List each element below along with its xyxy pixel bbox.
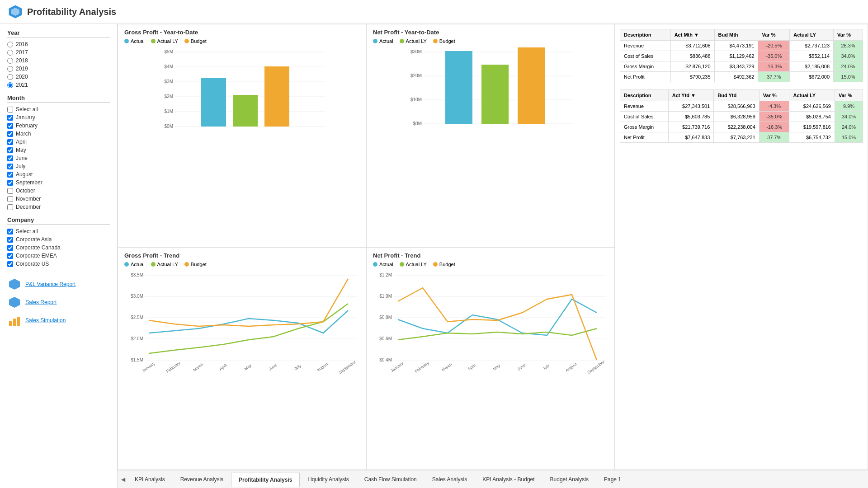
year-radio-2017[interactable]: 2017 — [7, 48, 110, 56]
company-select-all[interactable]: Select all — [7, 227, 110, 235]
actual-dot-trend-net — [373, 262, 377, 267]
col-var-pct-ytd: Var % — [759, 90, 789, 101]
year-radio-2018[interactable]: 2018 — [7, 56, 110, 65]
col-bud-mth: Bud Mth — [714, 29, 758, 41]
tab-budget-analysis[interactable]: Budget Analysis — [542, 472, 596, 486]
solver-icon-2 — [7, 295, 22, 310]
tab-liquidity-analysis[interactable]: Liquidity Analysis — [300, 472, 356, 486]
app-container: Profitability Analysis Year 2016 2017 — [0, 0, 868, 488]
pl-variance-link[interactable]: P&L Variance Report — [7, 275, 110, 293]
svg-text:August: August — [316, 361, 329, 373]
monthly-table: Description Act Mth ▼ Bud Mth Var % Actu… — [620, 29, 863, 82]
month-october[interactable]: October — [7, 187, 110, 195]
desc-gm-mth: Gross Margin — [620, 61, 671, 72]
net-profit-ytd-chart: $30M $20M $10M $0M — [373, 47, 608, 135]
svg-text:July: July — [293, 363, 302, 371]
var2-gm-ytd: 24.0% — [835, 122, 863, 132]
sales-simulation-link[interactable]: Sales Simulation — [7, 311, 110, 329]
company-asia[interactable]: Corporate Asia — [7, 235, 110, 244]
col-bud-ytd: Bud Ytd — [714, 90, 760, 101]
col-actual-ly-ytd: Actual LY — [789, 90, 835, 101]
aly-gm-ytd: $19,597,816 — [789, 122, 835, 132]
company-filter: Company Select all Corporate Asia Corpor… — [7, 216, 110, 268]
svg-rect-20 — [233, 95, 258, 127]
tab-revenue-analysis[interactable]: Revenue Analysis — [173, 472, 231, 486]
svg-rect-30 — [445, 51, 472, 124]
month-january[interactable]: January — [7, 113, 110, 122]
year-radio-2021[interactable]: 2021 — [7, 81, 110, 89]
var-cos-mth: -35.0% — [758, 51, 790, 61]
tab-scroll-left[interactable]: ◀ — [119, 476, 127, 483]
legend-budget-trend-net: Budget — [433, 262, 455, 267]
month-february[interactable]: February — [7, 122, 110, 130]
month-july[interactable]: July — [7, 162, 110, 170]
legend-actual-ly-trend-net: Actual LY — [400, 262, 427, 267]
actual-dot-trend — [124, 262, 129, 267]
bud-revenue-mth: $4,473,191 — [714, 41, 758, 51]
month-may[interactable]: May — [7, 146, 110, 154]
bud-cos-ytd: $6,328,959 — [714, 112, 760, 122]
month-june[interactable]: June — [7, 154, 110, 162]
svg-text:July: July — [542, 363, 551, 371]
content-area: Gross Profit - Year-to-Date Actual Actua… — [118, 24, 868, 488]
act-revenue-ytd: $27,343,501 — [668, 101, 714, 112]
month-march[interactable]: March — [7, 130, 110, 138]
svg-rect-5 — [13, 319, 16, 326]
var-revenue-ytd: -4.3% — [759, 101, 789, 112]
act-np-mth: $790,235 — [670, 72, 714, 82]
year-filter-title: Year — [7, 29, 110, 38]
var2-cos-ytd: 34.0% — [835, 112, 863, 122]
month-december[interactable]: December — [7, 203, 110, 211]
legend-actual: Actual — [124, 38, 145, 44]
svg-text:September: September — [586, 359, 605, 373]
actual-ly-dot-trend — [151, 262, 156, 267]
gross-profit-trend-chart: $3.5M $3.0M $2.5M $2.0M $1.5M — [124, 270, 359, 374]
svg-text:$1.2M: $1.2M — [379, 272, 392, 277]
svg-text:$0.6M: $0.6M — [379, 336, 392, 341]
sidebar: Year 2016 2017 2018 2019 — [0, 24, 118, 488]
svg-text:$0.4M: $0.4M — [379, 357, 392, 362]
tab-page-1[interactable]: Page 1 — [596, 472, 629, 486]
svg-text:June: June — [516, 362, 526, 371]
col-act-ytd: Act Ytd ▼ — [668, 90, 714, 101]
net-profit-ytd-panel: Net Profit - Year-to-Date Actual Actual … — [366, 24, 615, 247]
month-november[interactable]: November — [7, 195, 110, 203]
actual-ly-label-net: Actual LY — [406, 38, 427, 44]
sales-report-link[interactable]: Sales Report — [7, 293, 110, 311]
month-select-all[interactable]: Select all — [7, 105, 110, 113]
year-radio-2020[interactable]: 2020 — [7, 73, 110, 81]
gross-profit-trend-legend: Actual Actual LY Budget — [124, 262, 359, 267]
year-radio-2016[interactable]: 2016 — [7, 40, 110, 48]
year-radio-2019[interactable]: 2019 — [7, 65, 110, 73]
svg-text:August: August — [565, 361, 578, 373]
sales-report-link-text[interactable]: Sales Report — [25, 299, 57, 305]
month-april[interactable]: April — [7, 138, 110, 146]
tab-kpi-analysis-budget[interactable]: KPI Analysis - Budget — [475, 472, 542, 486]
svg-text:September: September — [338, 359, 357, 373]
tab-profitability-analysis[interactable]: Profitability Analysis — [231, 473, 300, 487]
month-filter: Month Select all January February March — [7, 94, 110, 211]
budget-label-trend-net: Budget — [439, 262, 455, 267]
tab-kpi-analysis[interactable]: KPI Analysis — [127, 472, 173, 486]
sales-simulation-link-text[interactable]: Sales Simulation — [25, 317, 66, 324]
svg-text:March: March — [192, 362, 204, 372]
act-gm-ytd: $21,739,716 — [668, 122, 714, 132]
company-us[interactable]: Corporate US — [7, 260, 110, 268]
tab-cash-flow-simulation[interactable]: Cash Flow Simulation — [357, 472, 425, 486]
svg-text:April: April — [467, 363, 476, 371]
month-september[interactable]: September — [7, 178, 110, 187]
month-august[interactable]: August — [7, 170, 110, 178]
var2-cos-mth: 34.0% — [834, 51, 863, 61]
bud-np-mth: $492,362 — [714, 72, 758, 82]
svg-text:$4M: $4M — [165, 64, 173, 69]
act-revenue-mth: $3,712,608 — [670, 41, 714, 51]
tab-sales-analysis[interactable]: Sales Analysis — [425, 472, 475, 486]
pl-variance-link-text[interactable]: P&L Variance Report — [25, 281, 75, 287]
actual-ly-dot-trend-net — [400, 262, 404, 267]
svg-text:January: January — [390, 361, 404, 373]
svg-text:$1.0M: $1.0M — [379, 294, 392, 299]
desc-np-mth: Net Profit — [620, 72, 671, 82]
table-row: Revenue $27,343,501 $28,566,963 -4.3% $2… — [620, 101, 863, 112]
company-emea[interactable]: Corporate EMEA — [7, 252, 110, 260]
company-canada[interactable]: Corporate Canada — [7, 244, 110, 252]
